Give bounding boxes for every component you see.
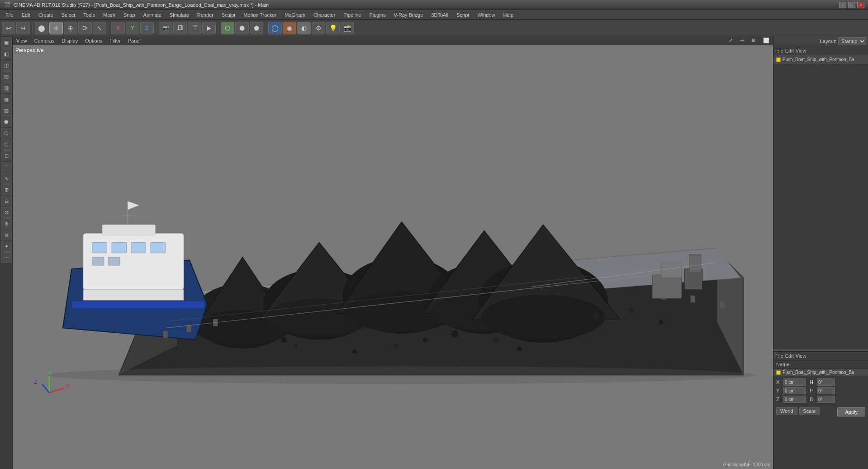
scale-mode-button[interactable]: Scale [799,407,820,415]
tool-scale[interactable]: ⤡ [93,22,106,34]
menu-3dtoall[interactable]: 3DToAll [427,11,452,19]
coord-h-input[interactable] [817,378,835,386]
menu-character[interactable]: Character [310,11,339,19]
coord-y-input[interactable] [783,387,806,394]
undo-button[interactable]: ↩ [2,22,15,34]
minimize-button[interactable]: − [839,2,846,8]
svg-point-22 [281,337,287,343]
tool-point[interactable]: ⬟ [250,22,263,34]
menu-snap[interactable]: Snap [120,11,139,19]
render-ipr[interactable]: ▶ [202,22,216,34]
coord-z-input[interactable] [783,396,806,403]
tool-light[interactable]: 💡 [326,22,340,34]
sidebar-btn-20[interactable]: ⋯ [1,252,12,263]
menu-window[interactable]: Window [474,11,498,19]
viewport-ctrl-square[interactable]: ⬜ [761,37,771,44]
viewport-menu-panel[interactable]: Panel [126,38,142,44]
right-bottom-view[interactable]: View [796,353,806,359]
sidebar-btn-3[interactable]: ◫ [1,60,12,71]
sidebar-btn-11[interactable]: ⊡ [1,150,12,161]
menu-select[interactable]: Select [58,11,79,19]
right-view-menu[interactable]: View [796,48,806,53]
right-file-menu[interactable]: File [775,48,783,53]
sidebar-btn-curve[interactable]: ⌒ [1,162,12,172]
menu-edit[interactable]: Edit [18,11,34,19]
menu-sculpt[interactable]: Sculpt [218,11,239,19]
sidebar-btn-9[interactable]: ⬠ [1,128,12,139]
tool-move[interactable]: ⊕ [64,22,77,34]
tool-rotate[interactable]: ⟳ [78,22,92,34]
sidebar-btn-16[interactable]: ⊠ [1,207,12,218]
object-name-row[interactable]: Push_Boat_Ship_with_Pontoon_Ba [773,369,868,376]
menu-plugins[interactable]: Plugins [365,11,389,19]
viewport-menu-filter[interactable]: Filter [108,38,122,44]
sidebar-btn-14[interactable]: ⊞ [1,184,12,195]
tool-x[interactable]: X [111,22,125,34]
menu-v-raybridge[interactable]: V-Ray Bridge [390,11,427,19]
viewport-menu-display[interactable]: Display [60,38,80,44]
menu-motiontracker[interactable]: Motion Tracker [240,11,280,19]
menu-mograph[interactable]: MoGraph [281,11,309,19]
viewport-menu-options[interactable]: Options [83,38,104,44]
menu-simulate[interactable]: Simulate [166,11,193,19]
sidebar-btn-18[interactable]: ⊗ [1,230,12,240]
viewport-menu-view[interactable]: View [14,38,29,44]
tool-z[interactable]: Z [140,22,154,34]
sidebar-btn-17[interactable]: ⊕ [1,218,12,229]
tool-polygon[interactable]: ⬡ [221,22,234,34]
tool-y[interactable]: Y [126,22,139,34]
menu-file[interactable]: File [2,11,17,19]
menu-tools[interactable]: Tools [80,11,99,19]
redo-button[interactable]: ↪ [16,22,30,34]
menu-help[interactable]: Help [500,11,517,19]
tool-mat1[interactable]: ◯ [268,22,282,34]
sidebar-btn-19[interactable]: ✦ [1,241,12,252]
tool-mat2[interactable]: ◉ [283,22,296,34]
menu-script[interactable]: Script [453,11,473,19]
viewport-ctrl-arrows[interactable]: ⤢ [727,37,735,44]
svg-point-28 [352,349,357,354]
svg-rect-56 [685,269,702,290]
layout-select[interactable]: Startup [838,37,866,45]
coord-p-input[interactable] [817,387,835,394]
tool-edge[interactable]: ⬢ [235,22,249,34]
tool-camera[interactable]: 📸 [341,22,354,34]
right-bottom-edit[interactable]: Edit [785,353,794,359]
tool-mat3[interactable]: ◐ [297,22,311,34]
maximize-button[interactable]: □ [848,2,855,8]
tool-new[interactable]: ⬤ [35,22,48,34]
world-mode-button[interactable]: World [776,407,797,415]
tool-select[interactable]: ✛ [49,22,63,34]
viewport-menu-cameras[interactable]: Cameras [33,38,57,44]
coord-x-input[interactable] [783,378,806,386]
menu-mesh[interactable]: Mesh [100,11,119,19]
sidebar-btn-2[interactable]: ◧ [1,48,12,59]
sidebar-btn-10[interactable]: ⬡ [1,139,12,150]
menu-create[interactable]: Create [35,11,57,19]
viewport-ctrl-plus[interactable]: ✛ [738,37,746,44]
sidebar-btn-select[interactable]: ▣ [1,37,12,48]
svg-marker-45 [128,201,139,210]
apply-button[interactable]: Apply [837,407,865,416]
sidebar-btn-7[interactable]: ▧ [1,105,12,116]
tool-mat4[interactable]: ⚙ [312,22,325,34]
menu-animate[interactable]: Animate [140,11,165,19]
coord-b-input[interactable] [817,396,835,403]
render-all[interactable]: 🎬 [188,22,201,34]
viewport-canvas[interactable]: Perspective [13,45,773,469]
sidebar-btn-15[interactable]: ⊟ [1,196,12,206]
sidebar-btn-4[interactable]: ▤ [1,71,12,82]
right-bottom-file[interactable]: File [775,353,783,359]
right-edit-menu[interactable]: Edit [785,48,794,53]
sidebar-btn-8[interactable]: ⬟ [1,116,12,127]
sidebar-btn-5[interactable]: ▥ [1,82,12,93]
render-region[interactable]: 📷 [159,22,172,34]
object-row-main[interactable]: Push_Boat_Ship_with_Pontoon_Ba [773,55,868,64]
render-active[interactable]: 🎞 [173,22,187,34]
sidebar-btn-6[interactable]: ▦ [1,94,12,105]
menu-render[interactable]: Render [194,11,217,19]
sidebar-btn-spline[interactable]: ∿ [1,173,12,184]
menu-pipeline[interactable]: Pipeline [340,11,365,19]
viewport-ctrl-gear[interactable]: ⚙ [749,37,758,44]
close-button[interactable]: × [857,2,864,8]
